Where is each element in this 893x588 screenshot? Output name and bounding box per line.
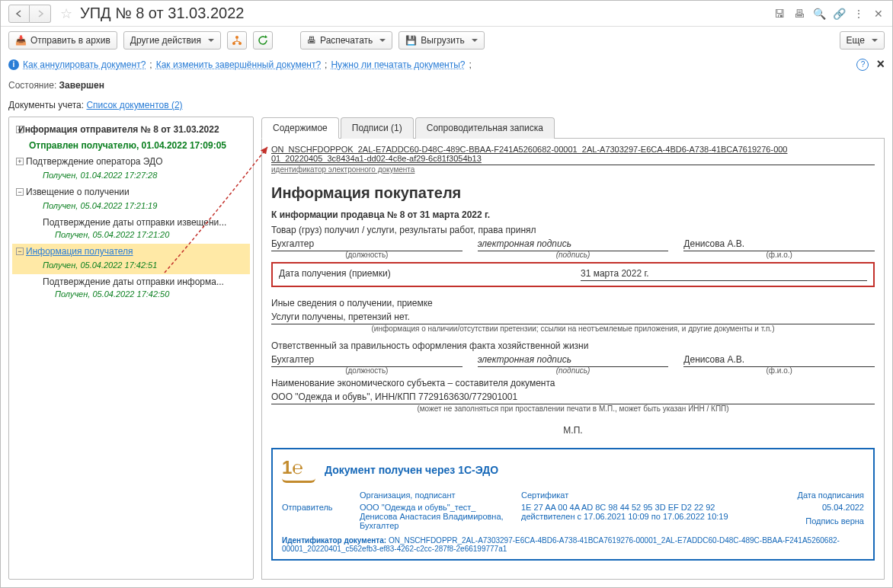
tree-status: Получен, 05.04.2022 17:42:51 — [12, 259, 250, 274]
tree-status: Получен, 05.04.2022 17:21:19 — [12, 200, 250, 215]
tree-status: Получен, 01.04.2022 17:27:28 — [12, 169, 250, 184]
tab-cover-note[interactable]: Сопроводительная записка — [415, 117, 555, 139]
collapse-icon[interactable]: − — [16, 248, 24, 255]
tree-sent-status: Отправлен получателю, 01.04.2022 17:09:0… — [12, 137, 250, 154]
tree-status: Получен, 05.04.2022 17:21:20 — [12, 228, 250, 244]
org-head: Наименование экономического субъекта – с… — [271, 378, 875, 388]
svg-point-2 — [238, 42, 242, 45]
stamp-placeholder: М.П. — [271, 425, 875, 436]
favorite-icon[interactable]: ☆ — [60, 5, 72, 22]
stamp-valid: Подпись верна — [780, 516, 864, 526]
close-hint-icon[interactable]: × — [876, 56, 885, 72]
buyer-info-heading: Информация покупателя — [271, 184, 875, 202]
close-icon[interactable]: ✕ — [872, 8, 885, 20]
other-info-value: Услуги получены, претензий нет. — [271, 312, 875, 322]
other-info-caption: (информация о наличии/отсутствии претенз… — [271, 324, 875, 333]
org-caption: (может не заполняться при проставлении п… — [271, 404, 875, 413]
stamp-org-head: Организация, подписант — [360, 491, 512, 500]
stamp-date-head: Дата подписания — [780, 491, 864, 500]
stamp-id-label: Идентификатор документа: — [282, 536, 386, 545]
receipt-date-highlight: Дата получения (приемки) 31 марта 2022 г… — [271, 262, 875, 287]
stamp-org: ООО "Одежда и обувь"_тест_ — [360, 503, 512, 512]
fio-field2: Денисова А.В.(ф.и.о.) — [683, 354, 875, 367]
tree-status: Получен, 05.04.2022 17:42:50 — [12, 288, 250, 303]
other-info-head: Иные сведения о получении, приемке — [271, 298, 875, 308]
more-button[interactable]: Еще — [840, 31, 885, 50]
logo-1c-icon: 1℮ — [282, 457, 315, 483]
tree-root[interactable]: − Информация отправителя № 8 от 31.03.20… — [12, 122, 250, 137]
tab-content[interactable]: Содержимое — [261, 117, 339, 139]
tree-node-recipient-info[interactable]: − Информация получателя — [12, 244, 250, 259]
position-field2: Бухгалтер(должность) — [271, 354, 463, 367]
signature-field: электронная подпись(подпись) — [478, 238, 669, 251]
other-actions-button[interactable]: Другие действия — [123, 31, 221, 50]
print-button[interactable]: 🖶 Распечатать — [300, 31, 392, 50]
stamp-date: 05.04.2022 — [780, 503, 864, 512]
link-icon[interactable]: 🔗 — [833, 8, 845, 20]
org-value: ООО "Одежда и обувь", ИНН/КПП 7729163630… — [271, 391, 875, 402]
info-icon: i — [8, 59, 19, 70]
stamp-sender-label: Отправитель — [282, 503, 350, 512]
help-icon[interactable]: ? — [856, 59, 869, 71]
seller-ref: К информации продавца № 8 от 31 марта 20… — [271, 209, 875, 220]
fio-field: Денисова А.В.(ф.и.о.) — [683, 238, 875, 251]
tree-panel: − Информация отправителя № 8 от 31.03.20… — [8, 117, 254, 580]
date-value: 31 марта 2022 г. — [581, 268, 867, 281]
collapse-icon[interactable]: − — [16, 188, 24, 196]
docs-link[interactable]: Список документов (2) — [86, 100, 182, 110]
link-printq[interactable]: Нужно ли печатать документы? — [331, 59, 465, 70]
link-annul[interactable]: Как аннулировать документ? — [23, 59, 146, 70]
signature-field2: электронная подпись(подпись) — [478, 354, 669, 367]
stamp-cert-valid: действителен с 17.06.2021 10:09 по 17.06… — [521, 512, 771, 521]
state-label: Состояние: — [8, 80, 56, 91]
hierarchy-icon-button[interactable] — [227, 31, 247, 50]
state-value: Завершен — [59, 80, 104, 91]
stamp-title: Документ получен через 1С-ЭДО — [325, 464, 498, 476]
svg-point-0 — [235, 36, 238, 39]
stamp-cert: 1E 27 AA 00 4A AD 8C 98 44 52 95 3D EF D… — [521, 503, 771, 512]
link-edit[interactable]: Как изменить завершённый документ? — [156, 59, 321, 70]
position-field: Бухгалтер(должность) — [271, 238, 463, 251]
responsible-line: Ответственный за правильность оформления… — [271, 340, 875, 351]
collapse-icon[interactable]: − — [16, 126, 24, 133]
content-panel: ON_NSCHFDOPPOK_2AL-E7ADDC60-D48C-489C-BB… — [261, 139, 885, 580]
printer-icon: 🖶 — [307, 35, 316, 46]
archive-button[interactable]: 📥 Отправить в архив — [8, 31, 117, 50]
doc-id: ON_NSCHFDOPPOK_2AL-E7ADDC60-D48C-489C-BB… — [271, 145, 875, 174]
back-button[interactable] — [8, 5, 30, 23]
svg-point-1 — [232, 42, 235, 45]
search-icon[interactable]: 🔍 — [813, 8, 825, 20]
expand-icon[interactable]: + — [16, 158, 24, 165]
tree-node-receipt[interactable]: − Извещение о получении — [12, 184, 250, 200]
stamp-signer: Денисова Анастасия Владимировна, Бухгалт… — [360, 512, 512, 530]
tree-node-confirm2[interactable]: Подтверждение даты отправки информа... — [12, 274, 250, 288]
more-icon[interactable]: ⋮ — [853, 8, 865, 20]
window-title: УПД № 8 от 31.03.2022 — [80, 5, 769, 22]
print-icon[interactable]: 🖶 — [793, 8, 805, 20]
tree-node-edo[interactable]: + Подтверждение оператора ЭДО — [12, 154, 250, 169]
archive-icon: 📥 — [15, 35, 27, 46]
edo-stamp: 1℮ Документ получен через 1С-ЭДО Отправи… — [271, 448, 875, 561]
docs-label: Документы учета: — [8, 100, 84, 110]
save-icon[interactable]: 🖫 — [773, 8, 786, 20]
tab-signatures[interactable]: Подписи (1) — [341, 117, 414, 139]
date-label: Дата получения (приемки) — [279, 268, 565, 281]
export-button[interactable]: 💾 Выгрузить — [398, 31, 485, 50]
forward-button[interactable] — [30, 5, 51, 23]
export-icon: 💾 — [405, 35, 417, 46]
received-line: Товар (груз) получил / услуги, результат… — [271, 225, 875, 235]
stamp-cert-head: Сертификат — [521, 491, 771, 500]
tree-node-confirm1[interactable]: Подтверждение даты отправки извещени... — [12, 215, 250, 228]
refresh-button[interactable] — [253, 31, 273, 50]
